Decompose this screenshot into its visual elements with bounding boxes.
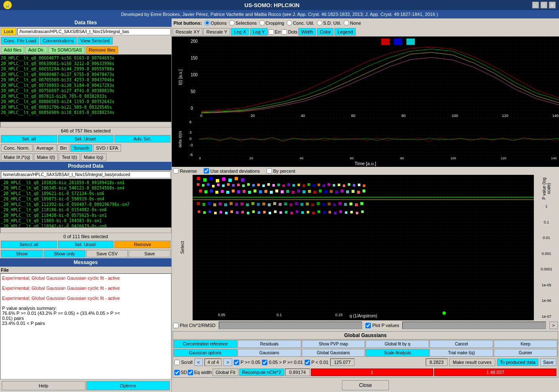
file-list[interactable]: 20_HPLC__lt_q0_00604877-bi56_0163-0_0070… (0, 55, 171, 122)
use-sd-checkbox[interactable] (204, 168, 209, 174)
produced-file-item[interactable]: _20_HPLC__lt_q0_11869-bi-0_184383-0s-sm1 (1, 218, 171, 223)
by-percent-checkbox-label[interactable]: By percent (267, 168, 295, 174)
sel-all-button[interactable]: Sel. all (1, 135, 57, 143)
recompute-button[interactable]: Recompute nChi^2 (239, 369, 284, 376)
maximize-button[interactable]: □ (541, 2, 547, 8)
file-list-item[interactable]: 20_HPLC__lt_q0_00730893-bi30_5184-0_0041… (1, 83, 171, 88)
file-list-item[interactable]: 20_HPLC__lt_q0_00655284-bi44_2999-0_0055… (1, 66, 171, 72)
gaussians-button[interactable]: Gaussians (238, 349, 301, 357)
cancel-button[interactable]: Cancel (430, 340, 493, 348)
close-button[interactable]: Close (342, 380, 389, 390)
options-button[interactable]: Options (86, 381, 170, 390)
make-iq-button[interactable]: Make I(q) (81, 153, 106, 161)
p-values-slider[interactable] (402, 322, 546, 329)
log-x-button[interactable]: Log X (231, 28, 249, 36)
plot-chi2-checkbox[interactable] (173, 323, 179, 328)
make-hf-button[interactable]: Make I#,I*(q) (1, 153, 33, 161)
file-list-item[interactable]: 20_HPLC__lt_q0_00856909-bi18_8103-0_0028… (1, 110, 171, 115)
plot-p-values-label[interactable]: Plot P values (365, 323, 399, 328)
conc-reference-button[interactable]: Concentration reference (173, 340, 237, 348)
reverse-checkbox-label[interactable]: Reverse (173, 168, 197, 174)
lock-button[interactable]: Lock (1, 28, 16, 35)
scale-analysis-button[interactable]: Scale Analysis (365, 349, 429, 357)
sd-checkbox-label[interactable]: SD (174, 370, 187, 375)
radio-cropping[interactable]: Cropping (259, 20, 285, 26)
radio-selections[interactable]: Selections (229, 20, 257, 26)
scroll-checkbox-label[interactable]: Scroll (174, 360, 193, 365)
show-pvp-button[interactable]: Show PVP map (302, 340, 365, 348)
by-percent-checkbox[interactable] (267, 168, 272, 174)
p-lt-01-checkbox[interactable] (305, 360, 310, 365)
file-list-item[interactable]: 20_HPLC__lt_q0_00806503-bi24_1193-0_0035… (1, 99, 171, 104)
add-dir-button[interactable]: Add Dir. (25, 46, 47, 54)
p-gte-05-label[interactable]: P >= 0.05 (234, 360, 261, 365)
color-button[interactable]: Color (317, 28, 334, 36)
legend-button[interactable]: Legend (334, 28, 356, 36)
smooth-button[interactable]: Smooth (70, 144, 92, 152)
next-button[interactable]: > (223, 358, 232, 366)
produced-list-hscroll[interactable] (0, 227, 171, 233)
radio-conc-util[interactable]: Conc. Util. (287, 20, 314, 26)
use-sd-checkbox-label[interactable]: Use standard deviations (204, 168, 260, 174)
chi2-slider[interactable] (219, 322, 362, 329)
to-produced-data-button[interactable]: To produced data (497, 358, 538, 366)
scroll-checkbox[interactable] (174, 360, 180, 365)
prev-button[interactable]: < (194, 358, 203, 366)
radio-none[interactable]: None (344, 20, 361, 26)
sd-fit-checkbox[interactable] (174, 370, 180, 375)
average-button[interactable]: Average (34, 144, 57, 152)
sel-unsel2-button[interactable]: Sel. Unsel. (58, 241, 114, 248)
minimize-button[interactable]: _ (532, 2, 539, 8)
log-y-button[interactable]: Log Y (250, 28, 268, 36)
produced-file-item[interactable]: _20_HPLC__lt_q0_103826-bio_281059-0_0010… (1, 180, 171, 185)
conc-file-load-button[interactable]: Conc. File Load (1, 37, 39, 44)
rescale-xy-button[interactable]: Rescale XY (173, 28, 202, 36)
dots-checkbox[interactable] (282, 29, 287, 35)
global-gaussians-button[interactable]: Global Gaussians (302, 349, 365, 357)
remove-button[interactable]: Remove (114, 241, 171, 248)
produced-file-item[interactable]: _20_HPLC__lt_q0_112392-bi-0_050497-0_000… (1, 202, 171, 207)
make-it-button[interactable]: Make I(t) (34, 153, 58, 161)
file-list-item[interactable]: 20_HPLC__lt_q0_00756097-bi27_4741-0_0038… (1, 88, 171, 93)
eq-width-checkbox[interactable] (188, 370, 193, 375)
file-list-item[interactable]: 20_HPLC__lt_q0_007813-bi26_705-0_0038203… (1, 93, 171, 99)
remove-files-button[interactable]: Remove files (86, 46, 119, 54)
select-all-button[interactable]: Select all (1, 241, 57, 248)
reverse-checkbox[interactable] (173, 168, 179, 174)
to-somo-sas-button[interactable]: To SOMO/SAS (48, 46, 85, 54)
err-checkbox[interactable] (269, 29, 274, 35)
err-checkbox-label[interactable]: Err (269, 28, 281, 36)
produced-file-item[interactable]: _20_HPLC__lt_q0_118186-bi-0_0154082-0s-s… (1, 207, 171, 213)
eq-width-checkbox-label[interactable]: Eq width (188, 370, 212, 375)
bin-button[interactable]: Bin (57, 144, 70, 152)
produced-file-item[interactable]: _20_HPLC__lt_q0_106345-bio_548121-0_0025… (1, 185, 171, 191)
keep-button[interactable]: Keep (494, 340, 557, 348)
global-fit-button[interactable]: Global Fit (212, 369, 238, 376)
adv-sel-button[interactable]: Adv. Sel. (114, 135, 171, 143)
help-button[interactable]: Help (2, 381, 85, 390)
width-button[interactable]: Width (298, 28, 316, 36)
close-window-button[interactable]: × (549, 2, 556, 8)
svd-efa-button[interactable]: SVD / EFA (93, 144, 121, 152)
test-it-button[interactable]: Test I(t) (59, 153, 80, 161)
p-05-to-01-checkbox[interactable] (262, 360, 267, 365)
radio-sd-util[interactable]: S.D. Util. (317, 20, 341, 26)
residuals-button[interactable]: Residuals (238, 340, 301, 348)
file-list-item[interactable]: 20_HPLC__lt_q0_00604877-bi56_0163-0_0070… (1, 55, 171, 61)
show-button[interactable]: Show (1, 250, 43, 257)
add-files-button[interactable]: Add files (1, 46, 24, 54)
global-fit-q-button[interactable]: Global fit by q (365, 340, 429, 348)
trial-make-button[interactable]: Trial make I(q) (430, 349, 493, 357)
guinier-button[interactable]: Guinier (494, 349, 557, 357)
gaussian-options-button[interactable]: Gaussian options (173, 349, 237, 357)
conc-norm-button[interactable]: Conc. Norm. (1, 144, 33, 152)
produced-file-list[interactable]: _20_HPLC__lt_q0_103826-bio_281059-0_0010… (0, 179, 171, 227)
plot-p-values-checkbox[interactable] (365, 323, 371, 328)
save-csv-button[interactable]: Save CSV (86, 250, 128, 257)
p-05-to-01-label[interactable]: 0.05 > P >= 0.01 (262, 360, 303, 365)
produced-file-item[interactable]: _20_HPLC__lt_q0_109873-bi-0_598919-0s-sm… (1, 196, 171, 202)
concentrations-button[interactable]: Concentrations (40, 37, 77, 44)
file-list-item[interactable]: 20_HPLC__lt_q0_00630081-bi50_3212-0_0063… (1, 61, 171, 66)
p-gte-05-checkbox[interactable] (234, 360, 239, 365)
sel-unsel-button[interactable]: Sel. Unsel. (58, 135, 114, 143)
